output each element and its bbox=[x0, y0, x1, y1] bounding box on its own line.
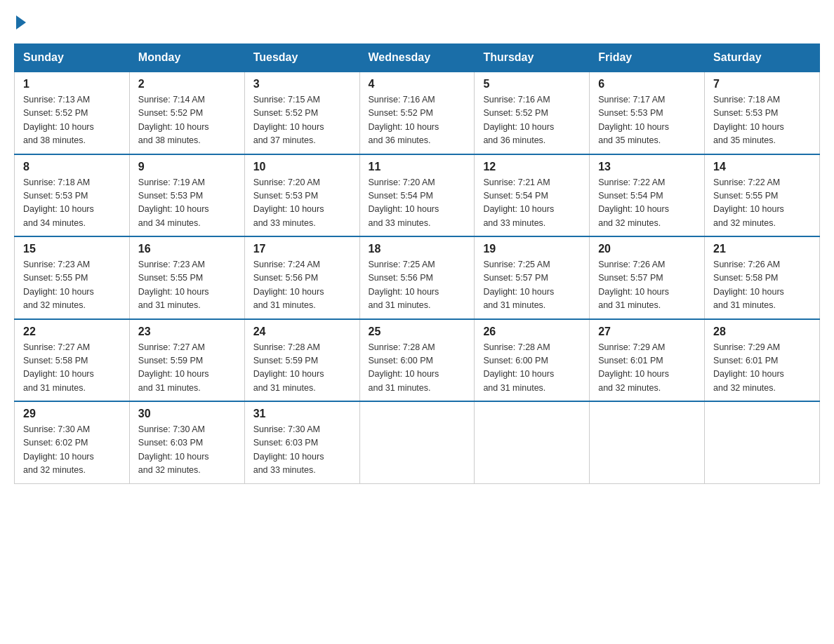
calendar-week-row: 8 Sunrise: 7:18 AMSunset: 5:53 PMDayligh… bbox=[15, 154, 820, 237]
calendar-cell: 7 Sunrise: 7:18 AMSunset: 5:53 PMDayligh… bbox=[705, 72, 820, 154]
day-info: Sunrise: 7:20 AMSunset: 5:53 PMDaylight:… bbox=[253, 177, 324, 228]
calendar-week-row: 15 Sunrise: 7:23 AMSunset: 5:55 PMDaylig… bbox=[15, 236, 820, 319]
calendar-cell: 21 Sunrise: 7:26 AMSunset: 5:58 PMDaylig… bbox=[705, 236, 820, 319]
day-info: Sunrise: 7:30 AMSunset: 6:03 PMDaylight:… bbox=[138, 424, 209, 475]
day-number: 8 bbox=[23, 161, 121, 173]
day-info: Sunrise: 7:21 AMSunset: 5:54 PMDaylight:… bbox=[483, 177, 554, 228]
day-info: Sunrise: 7:30 AMSunset: 6:02 PMDaylight:… bbox=[23, 424, 94, 475]
day-number: 19 bbox=[483, 243, 581, 255]
day-info: Sunrise: 7:26 AMSunset: 5:57 PMDaylight:… bbox=[598, 260, 669, 310]
day-number: 17 bbox=[253, 243, 351, 255]
header-tuesday: Tuesday bbox=[244, 44, 359, 72]
calendar-cell: 4 Sunrise: 7:16 AMSunset: 5:52 PMDayligh… bbox=[359, 72, 475, 154]
day-number: 21 bbox=[713, 243, 811, 255]
day-info: Sunrise: 7:17 AMSunset: 5:53 PMDaylight:… bbox=[598, 95, 669, 145]
day-info: Sunrise: 7:25 AMSunset: 5:56 PMDaylight:… bbox=[369, 260, 439, 310]
day-info: Sunrise: 7:28 AMSunset: 5:59 PMDaylight:… bbox=[253, 342, 324, 393]
day-info: Sunrise: 7:28 AMSunset: 6:00 PMDaylight:… bbox=[483, 342, 554, 393]
day-info: Sunrise: 7:26 AMSunset: 5:58 PMDaylight:… bbox=[713, 260, 784, 310]
page-header bbox=[14, 14, 820, 29]
day-number: 16 bbox=[138, 243, 236, 255]
calendar-cell: 28 Sunrise: 7:29 AMSunset: 6:01 PMDaylig… bbox=[705, 319, 820, 402]
calendar-cell: 24 Sunrise: 7:28 AMSunset: 5:59 PMDaylig… bbox=[244, 319, 359, 402]
logo-arrow-icon bbox=[16, 15, 26, 29]
calendar-cell: 19 Sunrise: 7:25 AMSunset: 5:57 PMDaylig… bbox=[475, 236, 590, 319]
day-number: 11 bbox=[369, 161, 466, 173]
calendar-cell: 16 Sunrise: 7:23 AMSunset: 5:55 PMDaylig… bbox=[129, 236, 244, 319]
calendar-cell: 18 Sunrise: 7:25 AMSunset: 5:56 PMDaylig… bbox=[359, 236, 475, 319]
calendar-cell: 27 Sunrise: 7:29 AMSunset: 6:01 PMDaylig… bbox=[590, 319, 705, 402]
day-info: Sunrise: 7:14 AMSunset: 5:52 PMDaylight:… bbox=[138, 95, 209, 145]
day-number: 10 bbox=[253, 161, 351, 173]
calendar-cell: 22 Sunrise: 7:27 AMSunset: 5:58 PMDaylig… bbox=[15, 319, 130, 402]
day-number: 23 bbox=[138, 326, 236, 338]
calendar-cell bbox=[705, 401, 820, 483]
calendar-header-row: SundayMondayTuesdayWednesdayThursdayFrid… bbox=[15, 44, 820, 72]
calendar-week-row: 29 Sunrise: 7:30 AMSunset: 6:02 PMDaylig… bbox=[15, 401, 820, 483]
calendar-cell: 30 Sunrise: 7:30 AMSunset: 6:03 PMDaylig… bbox=[129, 401, 244, 483]
day-info: Sunrise: 7:23 AMSunset: 5:55 PMDaylight:… bbox=[23, 260, 94, 310]
day-number: 24 bbox=[253, 326, 351, 338]
calendar-cell: 26 Sunrise: 7:28 AMSunset: 6:00 PMDaylig… bbox=[475, 319, 590, 402]
header-sunday: Sunday bbox=[15, 44, 130, 72]
logo bbox=[14, 14, 29, 29]
day-number: 30 bbox=[138, 408, 236, 420]
day-number: 14 bbox=[713, 161, 811, 173]
calendar-cell bbox=[359, 401, 475, 483]
header-thursday: Thursday bbox=[475, 44, 590, 72]
calendar-cell: 13 Sunrise: 7:22 AMSunset: 5:54 PMDaylig… bbox=[590, 154, 705, 237]
day-info: Sunrise: 7:24 AMSunset: 5:56 PMDaylight:… bbox=[253, 260, 324, 310]
calendar-cell: 1 Sunrise: 7:13 AMSunset: 5:52 PMDayligh… bbox=[15, 72, 130, 154]
day-number: 12 bbox=[483, 161, 581, 173]
day-number: 1 bbox=[23, 78, 121, 90]
calendar-cell: 8 Sunrise: 7:18 AMSunset: 5:53 PMDayligh… bbox=[15, 154, 130, 237]
day-number: 26 bbox=[483, 326, 581, 338]
day-number: 4 bbox=[369, 78, 466, 90]
header-monday: Monday bbox=[129, 44, 244, 72]
calendar-cell: 10 Sunrise: 7:20 AMSunset: 5:53 PMDaylig… bbox=[244, 154, 359, 237]
day-info: Sunrise: 7:22 AMSunset: 5:55 PMDaylight:… bbox=[713, 177, 784, 228]
calendar-week-row: 1 Sunrise: 7:13 AMSunset: 5:52 PMDayligh… bbox=[15, 72, 820, 154]
day-info: Sunrise: 7:22 AMSunset: 5:54 PMDaylight:… bbox=[598, 177, 669, 228]
day-info: Sunrise: 7:16 AMSunset: 5:52 PMDaylight:… bbox=[483, 95, 554, 145]
calendar-cell: 2 Sunrise: 7:14 AMSunset: 5:52 PMDayligh… bbox=[129, 72, 244, 154]
day-number: 22 bbox=[23, 326, 121, 338]
calendar-cell: 25 Sunrise: 7:28 AMSunset: 6:00 PMDaylig… bbox=[359, 319, 475, 402]
day-info: Sunrise: 7:23 AMSunset: 5:55 PMDaylight:… bbox=[138, 260, 209, 310]
day-info: Sunrise: 7:18 AMSunset: 5:53 PMDaylight:… bbox=[23, 177, 94, 228]
calendar-cell: 20 Sunrise: 7:26 AMSunset: 5:57 PMDaylig… bbox=[590, 236, 705, 319]
day-number: 9 bbox=[138, 161, 236, 173]
calendar-cell: 23 Sunrise: 7:27 AMSunset: 5:59 PMDaylig… bbox=[129, 319, 244, 402]
day-info: Sunrise: 7:18 AMSunset: 5:53 PMDaylight:… bbox=[713, 95, 784, 145]
day-number: 18 bbox=[369, 243, 466, 255]
calendar-cell: 5 Sunrise: 7:16 AMSunset: 5:52 PMDayligh… bbox=[475, 72, 590, 154]
header-saturday: Saturday bbox=[705, 44, 820, 72]
calendar-cell: 15 Sunrise: 7:23 AMSunset: 5:55 PMDaylig… bbox=[15, 236, 130, 319]
day-number: 31 bbox=[253, 408, 351, 420]
day-info: Sunrise: 7:16 AMSunset: 5:52 PMDaylight:… bbox=[369, 95, 439, 145]
calendar-table: SundayMondayTuesdayWednesdayThursdayFrid… bbox=[14, 43, 820, 484]
day-info: Sunrise: 7:30 AMSunset: 6:03 PMDaylight:… bbox=[253, 424, 324, 475]
calendar-cell: 31 Sunrise: 7:30 AMSunset: 6:03 PMDaylig… bbox=[244, 401, 359, 483]
day-number: 3 bbox=[253, 78, 351, 90]
day-number: 20 bbox=[598, 243, 696, 255]
day-number: 27 bbox=[598, 326, 696, 338]
calendar-cell: 3 Sunrise: 7:15 AMSunset: 5:52 PMDayligh… bbox=[244, 72, 359, 154]
header-wednesday: Wednesday bbox=[359, 44, 475, 72]
day-number: 25 bbox=[369, 326, 466, 338]
day-info: Sunrise: 7:29 AMSunset: 6:01 PMDaylight:… bbox=[598, 342, 669, 393]
day-info: Sunrise: 7:29 AMSunset: 6:01 PMDaylight:… bbox=[713, 342, 784, 393]
day-info: Sunrise: 7:15 AMSunset: 5:52 PMDaylight:… bbox=[253, 95, 324, 145]
day-info: Sunrise: 7:27 AMSunset: 5:58 PMDaylight:… bbox=[23, 342, 94, 393]
day-number: 13 bbox=[598, 161, 696, 173]
calendar-cell bbox=[590, 401, 705, 483]
day-info: Sunrise: 7:27 AMSunset: 5:59 PMDaylight:… bbox=[138, 342, 209, 393]
day-number: 5 bbox=[483, 78, 581, 90]
calendar-cell: 6 Sunrise: 7:17 AMSunset: 5:53 PMDayligh… bbox=[590, 72, 705, 154]
calendar-cell: 11 Sunrise: 7:20 AMSunset: 5:54 PMDaylig… bbox=[359, 154, 475, 237]
calendar-cell: 29 Sunrise: 7:30 AMSunset: 6:02 PMDaylig… bbox=[15, 401, 130, 483]
calendar-week-row: 22 Sunrise: 7:27 AMSunset: 5:58 PMDaylig… bbox=[15, 319, 820, 402]
day-info: Sunrise: 7:25 AMSunset: 5:57 PMDaylight:… bbox=[483, 260, 554, 310]
calendar-cell: 14 Sunrise: 7:22 AMSunset: 5:55 PMDaylig… bbox=[705, 154, 820, 237]
calendar-cell: 12 Sunrise: 7:21 AMSunset: 5:54 PMDaylig… bbox=[475, 154, 590, 237]
